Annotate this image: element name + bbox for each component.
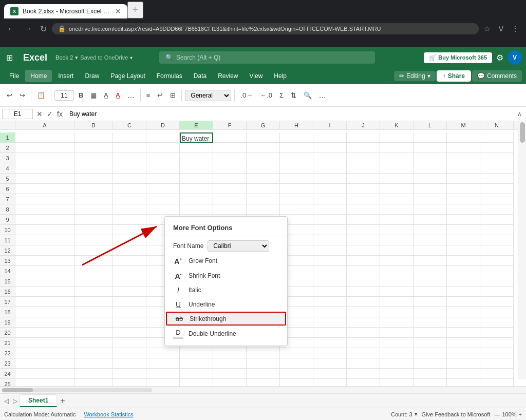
menu-item-review[interactable]: Review (213, 70, 243, 82)
col-header-a[interactable]: A (15, 121, 74, 129)
search-box[interactable]: 🔍 (159, 51, 375, 64)
cell-a1[interactable] (15, 132, 74, 143)
cell-k1[interactable] (380, 132, 414, 143)
editing-badge[interactable]: ✏ Editing ▾ (394, 71, 436, 81)
double-underline-item[interactable]: D Double Underline (165, 326, 287, 341)
more-font-options-button[interactable]: ... (125, 89, 137, 102)
col-header-f[interactable]: F (213, 121, 247, 129)
waffle-icon[interactable]: ⊞ (4, 51, 15, 65)
underline-item[interactable]: U Underline (165, 297, 287, 312)
menu-dots-button[interactable]: ⋮ (509, 23, 522, 35)
cell-m1[interactable] (447, 132, 480, 143)
profile-button[interactable]: V (496, 23, 506, 35)
font-color-button[interactable]: A̲ (113, 90, 123, 101)
cell-b1[interactable] (74, 132, 113, 143)
cell-f1[interactable] (213, 132, 247, 143)
col-header-m[interactable]: M (447, 121, 480, 129)
buy-microsoft-button[interactable]: 🛒 Buy Microsoft 365 (424, 52, 492, 63)
italic-item[interactable]: I Italic (165, 283, 287, 297)
avatar[interactable]: V (508, 50, 522, 65)
confirm-formula-button[interactable]: ✓ (45, 110, 54, 118)
wrap-button[interactable]: ↵ (155, 90, 165, 101)
cell-reference-input[interactable] (2, 109, 33, 119)
back-button[interactable]: ← (4, 22, 18, 35)
menu-item-formulas[interactable]: Formulas (152, 70, 187, 82)
col-header-d[interactable]: D (146, 121, 180, 129)
settings-button[interactable]: ⚙ (496, 53, 503, 63)
workbook-stats-text[interactable]: Workbook Statistics (84, 411, 133, 417)
active-tab[interactable]: X Book 2.xlsx - Microsoft Excel Oni... ✕ (4, 4, 127, 18)
menu-item-draw[interactable]: Draw (80, 70, 104, 82)
col-header-j[interactable]: J (347, 121, 380, 129)
font-name-select[interactable]: Calibri (208, 240, 269, 252)
number-format-select[interactable]: General (185, 90, 231, 101)
increase-decimal-button[interactable]: .0→ (238, 90, 255, 101)
col-header-i[interactable]: I (313, 121, 347, 129)
share-button[interactable]: ↑ Share (437, 70, 471, 82)
menu-item-insert[interactable]: Insert (53, 70, 79, 82)
merge-button[interactable]: ⊞ (167, 90, 178, 101)
undo-button[interactable]: ↩ (4, 90, 15, 101)
strikethrough-item[interactable]: ab Strikethrough (166, 312, 286, 326)
cell-n1[interactable] (480, 132, 514, 143)
cell-c1[interactable] (113, 132, 146, 143)
menu-item-help[interactable]: Help (269, 70, 292, 82)
comments-button[interactable]: 💬 Comments (472, 70, 522, 82)
find-button[interactable]: 🔍 (301, 90, 314, 101)
new-tab-button[interactable]: + (127, 2, 143, 18)
zoom-out-button[interactable]: — (494, 411, 500, 417)
border-button[interactable]: ▦ (88, 90, 99, 101)
menu-item-view[interactable]: View (245, 70, 268, 82)
col-header-k[interactable]: K (380, 121, 414, 129)
more-ribbon-button[interactable]: ... (316, 89, 328, 102)
bookmark-button[interactable]: ☆ (481, 23, 494, 35)
add-sheet-button[interactable]: + (57, 395, 68, 407)
cell-d1[interactable] (146, 132, 180, 143)
forward-button[interactable]: → (21, 22, 35, 35)
menu-item-home[interactable]: Home (25, 70, 52, 82)
menu-item-data[interactable]: Data (189, 70, 212, 82)
col-header-h[interactable]: H (280, 121, 313, 129)
fill-color-button[interactable]: A̲ (101, 90, 111, 101)
address-bar[interactable]: 🔒 onedrive.live.com/edit.aspx?resid=A9DD… (52, 23, 479, 34)
align-button[interactable]: ≡ (144, 90, 153, 101)
autosum-button[interactable]: Σ (277, 90, 286, 101)
redo-button[interactable]: ↪ (17, 90, 28, 101)
col-header-g[interactable]: G (247, 121, 280, 129)
sheet-tab-sheet1[interactable]: Sheet1 (20, 394, 57, 407)
sheet-nav-right[interactable]: ▷ (11, 396, 20, 406)
search-input[interactable] (176, 54, 369, 61)
clipboard-button[interactable]: 📋 (34, 90, 48, 101)
shrink-font-item[interactable]: A- Shrink Font (165, 269, 287, 283)
decrease-decimal-button[interactable]: ←.0 (257, 90, 275, 101)
feedback-text[interactable]: Give Feedback to Microsoft (422, 411, 491, 417)
title-actions: 🛒 Buy Microsoft 365 ⚙ V (424, 50, 522, 65)
font-size-input[interactable] (54, 90, 74, 101)
h-scrollbar[interactable] (0, 387, 154, 393)
formula-input[interactable] (66, 109, 513, 119)
grow-font-item[interactable]: A+ Grow Font (165, 254, 287, 269)
cell-l1[interactable] (414, 132, 447, 143)
col-header-n[interactable]: N (480, 121, 514, 129)
sort-button[interactable]: ⇅ (288, 90, 299, 101)
col-header-c[interactable]: C (113, 121, 146, 129)
cell-e1[interactable]: Buy water (180, 132, 213, 143)
col-header-e[interactable]: E (180, 121, 213, 129)
reload-button[interactable]: ↻ (37, 22, 50, 36)
formula-expand-button[interactable]: ∧ (515, 110, 524, 118)
cell-i1[interactable] (313, 132, 347, 143)
cancel-formula-button[interactable]: ✕ (35, 110, 44, 118)
bold-button[interactable]: B (76, 90, 86, 101)
cell-j1[interactable] (347, 132, 380, 143)
zoom-in-button[interactable]: + (519, 411, 522, 417)
insert-function-button[interactable]: fx (55, 110, 64, 118)
col-header-b[interactable]: B (74, 121, 113, 129)
menu-item-file[interactable]: File (4, 70, 24, 82)
cell-g1[interactable] (247, 132, 280, 143)
vertical-scrollbar[interactable] (518, 121, 526, 379)
menu-item-page-layout[interactable]: Page Layout (105, 70, 150, 82)
sheet-nav-left[interactable]: ◁ (2, 396, 11, 406)
close-tab-button[interactable]: ✕ (115, 7, 121, 15)
cell-h1[interactable] (280, 132, 313, 143)
col-header-l[interactable]: L (414, 121, 447, 129)
